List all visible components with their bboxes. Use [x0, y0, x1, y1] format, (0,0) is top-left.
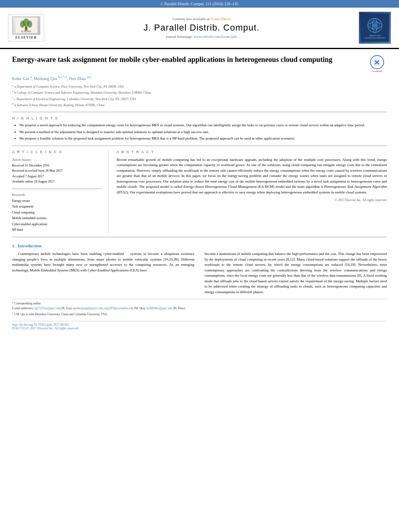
footnote-emails: E-mail addresses: kg71231w@pace.edu (K. …	[12, 306, 387, 311]
intro-col-left: Contemporary mobile technologies have be…	[12, 251, 195, 295]
highlights-list: We propose a novel approach for reducing…	[12, 123, 387, 142]
keyword-1: Energy-aware	[12, 198, 102, 204]
received-revised-date: Received in revised form 26 May 2017	[12, 168, 102, 174]
article-info-column: A R T I C L E I N F O Article history: R…	[12, 150, 109, 233]
abstract-column: A B S T R A C T Recent remarkable growth…	[117, 150, 387, 233]
author-qiu[interactable]: Meikang Qiu	[34, 76, 57, 81]
keywords-label: Keywords:	[12, 193, 102, 197]
abstract-label: A B S T R A C T	[117, 150, 387, 154]
svg-point-9	[372, 23, 377, 28]
keyword-2: Task assignment	[12, 204, 102, 210]
crossmark-badge: CrossMark	[367, 55, 387, 75]
footnotes: * Corresponding author. E-mail addresses…	[12, 299, 387, 317]
article-info-label: A R T I C L E I N F O	[12, 150, 102, 154]
keyword-3: Cloud computing	[12, 210, 102, 216]
email-gai[interactable]: kg71231w@pace.edu	[35, 306, 61, 310]
doi-link[interactable]: http://dx.doi.org/10.1016/j.jpdc.2017.08…	[12, 323, 69, 327]
bottom-bar: http://dx.doi.org/10.1016/j.jpdc.2017.08…	[12, 321, 387, 332]
issn-line: 0743-7315/© 2017 Elsevier Inc. All right…	[12, 327, 79, 330]
crossmark-label: CrossMark	[372, 70, 383, 72]
author-gai[interactable]: Keke Gai	[12, 76, 29, 81]
svg-text:ELSEVIER: ELSEVIER	[21, 30, 31, 33]
introduction-section: 1. Introduction Contemporary mobile tech…	[12, 243, 387, 295]
journal-homepage: journal homepage: www.elsevier.com/locat…	[52, 35, 351, 39]
highlight-item-3: We propose a feasible solution to the pr…	[19, 136, 387, 142]
affiliation-c: c c Department of Electrical Engineering…	[12, 96, 387, 102]
history-label: Article history:	[12, 157, 102, 163]
affiliation-a: a a Department of Computer Science, Pace…	[12, 83, 387, 89]
footnote-1: 1 1 M. Qiu is with Shenzhen University, …	[12, 311, 387, 317]
footnote-corresponding: * Corresponding author.	[12, 301, 387, 306]
intro-text-left: Contemporary mobile technologies have be…	[12, 251, 195, 273]
intro-columns: Contemporary mobile technologies have be…	[12, 251, 387, 295]
intro-col-right: become a mainstream of mobile computing …	[205, 251, 387, 295]
journal-header: ELSEVIER ELSEVIER Contents lists availab…	[0, 8, 399, 49]
divider-1	[12, 112, 387, 112]
keyword-5: Cyber-enabled applications	[12, 222, 102, 227]
author-zhao[interactable]: Hui Zhao	[69, 76, 86, 81]
elsevier-logo: ELSEVIER ELSEVIER	[8, 14, 44, 41]
affiliations: a a Department of Computer Science, Pace…	[12, 83, 387, 108]
article-history: Article history: Received 31 December 20…	[12, 157, 102, 185]
journal-cover: PARALLEL AND DISTRIBUTED COMPUTING	[359, 12, 391, 44]
authors-line: Keke Gai a, Meikang Qiu b,c,*,1, Hui Zha…	[12, 75, 387, 81]
title-section: Energy-aware task assignment for mobile …	[12, 55, 387, 75]
email-zhao[interactable]: hz58694w@pace.edu	[146, 306, 173, 310]
email-qiu-2[interactable]: mq2203@columbia.edu	[105, 306, 134, 310]
affiliation-d: d d Software School, Henan University, K…	[12, 102, 387, 108]
main-content: Energy-aware task assignment for mobile …	[0, 49, 399, 338]
divider-3	[12, 237, 387, 237]
received-date: Received 31 December 2016	[12, 163, 102, 168]
journal-homepage-link[interactable]: www.elsevier.com/locate/jpdc	[194, 35, 237, 39]
copyright: © 2017 Elsevier Inc. All rights reserved…	[117, 198, 387, 202]
crossmark-icon	[370, 55, 384, 69]
top-bar: J. Parallel Distrib. Comput. 111 (2018) …	[0, 0, 399, 8]
divider-keywords	[12, 189, 102, 189]
word-that: that	[141, 174, 147, 178]
elsevier-text: ELSEVIER	[15, 35, 37, 39]
keywords-list: Energy-aware Task assignment Cloud compu…	[12, 198, 102, 233]
sciencedirect-link[interactable]: ScienceDirect	[210, 17, 230, 21]
journal-citation: J. Parallel Distrib. Comput. 111 (2018) …	[161, 2, 239, 6]
page: J. Parallel Distrib. Comput. 111 (2018) …	[0, 0, 399, 532]
journal-title: J. Parallel Distrib. Comput.	[52, 23, 351, 33]
svg-text:PARALLEL AND: PARALLEL AND	[369, 35, 380, 37]
accepted-date: Accepted 7 August 2017	[12, 174, 102, 179]
abstract-text: Recent remarkable growth of mobile compu…	[117, 157, 387, 195]
svg-point-2	[20, 21, 25, 28]
section-title-intro: 1. Introduction	[12, 243, 387, 248]
svg-point-3	[27, 21, 32, 28]
highlights-label: H I G H L I G H T S	[12, 116, 387, 120]
keyword-6: NP-hard	[12, 227, 102, 233]
elsevier-logo-image: ELSEVIER	[12, 16, 40, 35]
intro-text-right: become a mainstream of mobile computing …	[205, 251, 387, 295]
paper-title: Energy-aware task assignment for mobile …	[12, 55, 359, 64]
affiliation-b: b b College of Computer Science and Soft…	[12, 89, 387, 95]
highlight-item-1: We propose a novel approach for reducing…	[19, 123, 387, 128]
available-online-date: Available online 18 August 2017	[12, 179, 102, 185]
highlight-item-2: We present a method of the adjustment th…	[19, 129, 387, 135]
keyword-4: Mobile embedded systems	[12, 216, 102, 221]
sciencedirect-line: Contents lists available at ScienceDirec…	[52, 17, 351, 21]
divider-2	[12, 146, 387, 146]
article-info-abstract: A R T I C L E I N F O Article history: R…	[12, 150, 387, 233]
journal-center: Contents lists available at ScienceDirec…	[52, 17, 351, 39]
svg-text:DISTRIBUTED COMPUTING: DISTRIBUTED COMPUTING	[365, 37, 385, 39]
email-qiu-1[interactable]: qiumeikang@gmail.com	[73, 306, 103, 310]
